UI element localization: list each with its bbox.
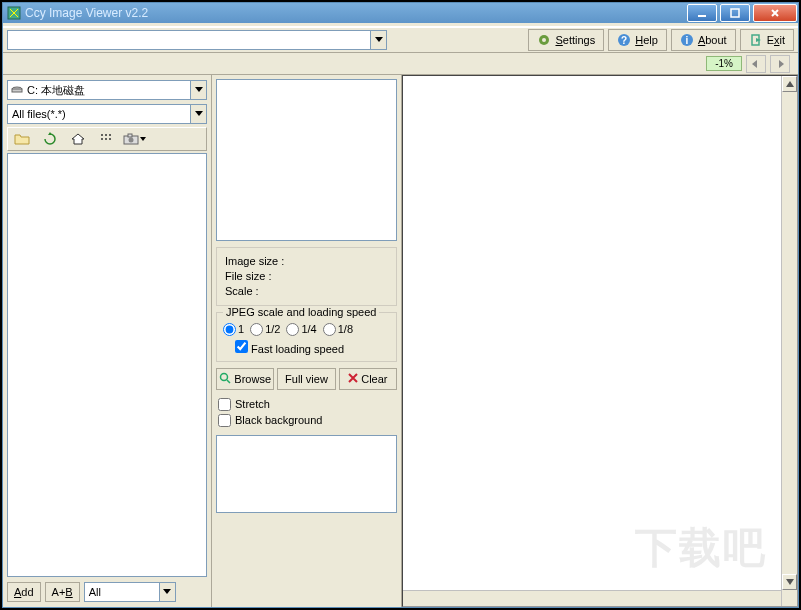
gear-icon: [537, 33, 551, 47]
svg-text:i: i: [686, 35, 689, 46]
settings-label: ettings: [563, 34, 595, 46]
folder-open-icon[interactable]: [8, 128, 36, 150]
drive-select[interactable]: C: 本地磁盘: [7, 80, 207, 100]
svg-rect-20: [128, 134, 132, 137]
scale-label: Scale :: [225, 284, 388, 299]
search-icon: [219, 372, 231, 386]
svg-text:?: ?: [621, 35, 627, 46]
help-button[interactable]: ? Help: [608, 29, 667, 51]
black-bg-checkbox[interactable]: Black background: [218, 414, 395, 427]
image-viewport[interactable]: 下载吧: [402, 75, 798, 607]
exit-button[interactable]: Exit: [740, 29, 794, 51]
annotation-box[interactable]: [216, 435, 397, 513]
scroll-down-button[interactable]: [782, 574, 797, 590]
scale-quarter-radio[interactable]: 1/4: [286, 323, 316, 336]
add-button[interactable]: Add: [7, 582, 41, 602]
chevron-down-icon[interactable]: [159, 583, 175, 601]
svg-point-14: [109, 134, 111, 136]
main-window: Ccy Image Viewer v2.2 Settings ? Help i …: [2, 2, 799, 608]
list-view-icon[interactable]: [92, 128, 120, 150]
left-pane: C: 本地磁盘 All files(*.*) Add A+B: [3, 75, 212, 607]
stretch-checkbox[interactable]: Stretch: [218, 398, 395, 411]
svg-point-19: [128, 138, 133, 143]
watermark: 下载吧: [635, 520, 767, 576]
drive-icon: [10, 83, 24, 97]
chevron-down-icon[interactable]: [370, 31, 386, 49]
home-icon[interactable]: [64, 128, 92, 150]
scroll-up-button[interactable]: [782, 76, 797, 92]
window-controls: [685, 3, 798, 23]
svg-rect-2: [731, 9, 739, 17]
titlebar: Ccy Image Viewer v2.2: [3, 3, 798, 23]
window-title: Ccy Image Viewer v2.2: [25, 6, 685, 20]
svg-point-21: [221, 373, 228, 380]
chevron-down-icon[interactable]: [190, 81, 206, 99]
svg-point-16: [105, 138, 107, 140]
middle-pane: Image size : File size : Scale : JPEG sc…: [212, 75, 402, 607]
a-plus-b-button[interactable]: A+B: [45, 582, 80, 602]
svg-rect-1: [698, 15, 706, 17]
scale-1-radio[interactable]: 1: [223, 323, 244, 336]
svg-point-13: [105, 134, 107, 136]
path-combo[interactable]: [7, 30, 387, 50]
clear-button[interactable]: Clear: [339, 368, 397, 390]
jpeg-legend: JPEG scale and loading speed: [223, 306, 379, 318]
camera-icon[interactable]: [120, 128, 148, 150]
exit-icon: [749, 33, 763, 47]
fullview-button[interactable]: Full view: [277, 368, 335, 390]
image-size-label: Image size :: [225, 254, 388, 269]
file-filter-select[interactable]: All files(*.*): [7, 104, 207, 124]
horizontal-scrollbar[interactable]: [403, 590, 781, 606]
view-options: Stretch Black background: [216, 396, 397, 429]
info-icon: i: [680, 33, 694, 47]
all-select[interactable]: All: [84, 582, 176, 602]
fast-loading-checkbox[interactable]: Fast loading speed: [235, 340, 344, 355]
file-icon-toolbar: [7, 127, 207, 151]
refresh-icon[interactable]: [36, 128, 64, 150]
bottom-controls: Add A+B All: [7, 579, 207, 603]
action-buttons: Browse Full view Clear: [216, 368, 397, 390]
scale-eighth-radio[interactable]: 1/8: [323, 323, 353, 336]
close-button[interactable]: [753, 4, 797, 22]
zoom-value: -1%: [706, 56, 742, 71]
app-icon: [7, 6, 21, 20]
about-button[interactable]: i About: [671, 29, 736, 51]
content-area: C: 本地磁盘 All files(*.*) Add A+B: [3, 75, 798, 607]
help-icon: ?: [617, 33, 631, 47]
zoom-toolbar: -1%: [3, 53, 798, 75]
x-icon: [348, 373, 358, 385]
svg-point-17: [109, 138, 111, 140]
next-button[interactable]: [770, 55, 790, 73]
prev-button[interactable]: [746, 55, 766, 73]
svg-point-4: [542, 38, 546, 42]
all-label: All: [89, 586, 101, 598]
maximize-button[interactable]: [720, 4, 750, 22]
jpeg-scale-group: JPEG scale and loading speed 1 1/2 1/4 1…: [216, 312, 397, 362]
filter-label: All files(*.*): [12, 108, 66, 120]
main-toolbar: Settings ? Help i About Exit: [3, 27, 798, 53]
file-size-label: File size :: [225, 269, 388, 284]
svg-point-15: [101, 138, 103, 140]
vertical-scrollbar[interactable]: [781, 76, 797, 606]
browse-button[interactable]: Browse: [216, 368, 274, 390]
svg-rect-11: [12, 89, 22, 92]
drive-label: C: 本地磁盘: [27, 83, 85, 98]
svg-point-12: [101, 134, 103, 136]
info-panel: Image size : File size : Scale :: [216, 247, 397, 306]
settings-button[interactable]: Settings: [528, 29, 604, 51]
minimize-button[interactable]: [687, 4, 717, 22]
file-list[interactable]: [7, 153, 207, 577]
chevron-down-icon[interactable]: [190, 105, 206, 123]
scale-half-radio[interactable]: 1/2: [250, 323, 280, 336]
preview-box: [216, 79, 397, 241]
